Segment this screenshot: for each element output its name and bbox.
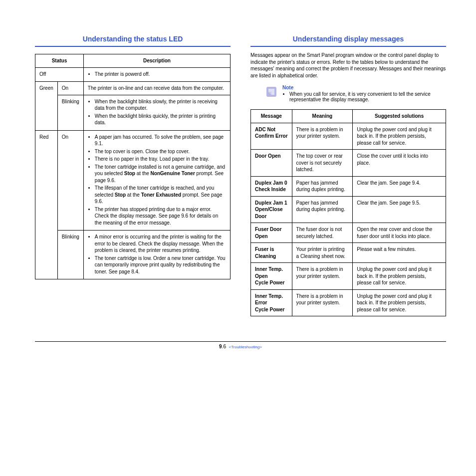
table-row: ADC NotConfirm ErrorThere is a problem i… bbox=[251, 123, 446, 150]
bullet: A paper jam has occurred. To solve the p… bbox=[95, 134, 226, 147]
status-red-on: On bbox=[57, 130, 83, 231]
message-cell: ADC NotConfirm Error bbox=[251, 123, 292, 150]
right-column: Understanding display messages Messages … bbox=[250, 35, 446, 316]
meaning-cell: Paper has jammed during duplex printing. bbox=[292, 196, 353, 223]
status-red-blinking: Blinking bbox=[57, 231, 83, 279]
bullet: The printer is powerd off. bbox=[95, 71, 226, 78]
table-header-row: Message Meaning Suggested solutions bbox=[251, 110, 446, 123]
table-row: Blinking When the backlight blinks slowl… bbox=[35, 95, 231, 130]
table-row: Duplex Jam 1Open/Close DoorPaper has jam… bbox=[251, 196, 446, 223]
bullet: A minor error is occurring and the print… bbox=[95, 234, 226, 254]
messages-table: Message Meaning Suggested solutions ADC … bbox=[250, 109, 446, 316]
bullet: There is no paper in the tray. Load pape… bbox=[95, 156, 226, 163]
message-cell: Duplex Jam 0Check Inside bbox=[251, 176, 292, 196]
bullet: The toner cartridge is low. Order a new … bbox=[95, 255, 226, 275]
status-green: Green bbox=[35, 82, 58, 131]
bullet: The toner cartridge installed is not a g… bbox=[95, 164, 226, 184]
columns: Understanding the status LED Status Desc… bbox=[35, 35, 446, 316]
header-solutions: Suggested solutions bbox=[353, 110, 446, 123]
header-status: Status bbox=[35, 54, 84, 68]
solution-cell: Please wait a few minutes. bbox=[353, 243, 446, 263]
table-row: Fuser Door OpenThe fuser door is not sec… bbox=[251, 223, 446, 243]
bullet: When the backlight blinks quickly, the p… bbox=[95, 113, 226, 126]
message-cell: Inner Temp. OpenCycle Power bbox=[251, 263, 292, 290]
solution-cell: Unplug the power cord and plug it back i… bbox=[353, 263, 446, 290]
solution-cell: Open the rear cover and close the fuser … bbox=[353, 223, 446, 243]
footer-page: .6 bbox=[222, 344, 226, 349]
status-red: Red bbox=[35, 130, 58, 279]
status-led-table: Status Description Off The printer is po… bbox=[35, 54, 231, 279]
bullet: When the backlight blinks slowly, the pr… bbox=[95, 98, 226, 112]
note-block: Note When you call for service, it is ve… bbox=[264, 85, 446, 102]
status-off: Off bbox=[35, 67, 84, 82]
table-row: Red On A paper jam has occurred. To solv… bbox=[35, 130, 231, 231]
note-icon bbox=[264, 85, 278, 99]
desc-off: The printer is powerd off. bbox=[83, 67, 230, 82]
meaning-cell: There is a problem in your printer syste… bbox=[292, 263, 353, 290]
meaning-cell: There is a problem in your printer syste… bbox=[292, 123, 353, 150]
table-row: Inner Temp. ErrorCycle PowerThere is a p… bbox=[251, 289, 446, 316]
desc-red-blinking: A minor error is occurring and the print… bbox=[83, 231, 230, 279]
header-message: Message bbox=[251, 110, 292, 123]
header-meaning: Meaning bbox=[292, 110, 353, 123]
page-footer: 9.6 <Troubleshooting> bbox=[35, 341, 446, 349]
bullet: The top cover is open. Close the top cov… bbox=[95, 148, 226, 155]
message-cell: Fuser Door Open bbox=[251, 223, 292, 243]
bullet: The lifespan of the toner cartridge is r… bbox=[95, 185, 226, 205]
meaning-cell: Paper has jammed during duplex printing. bbox=[292, 176, 353, 196]
table-row: Off The printer is powerd off. bbox=[35, 67, 231, 82]
meaning-cell: Your printer is printing a Cleaning shee… bbox=[292, 243, 353, 263]
table-row: Green On The printer is on-line and can … bbox=[35, 82, 231, 95]
left-title: Understanding the status LED bbox=[35, 35, 231, 47]
message-cell: Duplex Jam 1Open/Close Door bbox=[251, 196, 292, 223]
header-description: Description bbox=[83, 54, 230, 68]
bullet: The printer has stopped printing due to … bbox=[95, 206, 226, 227]
note-title: Note bbox=[282, 85, 446, 90]
status-green-blinking: Blinking bbox=[57, 95, 83, 130]
message-cell: Door Open bbox=[251, 150, 292, 177]
message-cell: Inner Temp. ErrorCycle Power bbox=[251, 289, 292, 316]
page: Understanding the status LED Status Desc… bbox=[0, 0, 476, 364]
footer-section: <Troubleshooting> bbox=[229, 345, 262, 349]
desc-red-on: A paper jam has occurred. To solve the p… bbox=[83, 130, 230, 231]
meaning-cell: The top cover or rear cover is not secur… bbox=[292, 150, 353, 177]
table-row: Fuser is CleaningYour printer is printin… bbox=[251, 243, 446, 263]
solution-cell: Unplug the power cord and plug it back i… bbox=[353, 289, 446, 316]
intro-text: Messages appear on the Smart Panel progr… bbox=[250, 52, 446, 79]
desc-green-blinking: When the backlight blinks slowly, the pr… bbox=[83, 95, 230, 130]
status-green-on: On bbox=[57, 82, 83, 95]
table-row: Blinking A minor error is occurring and … bbox=[35, 231, 231, 279]
desc-green-on: The printer is on-line and can receive d… bbox=[83, 82, 230, 95]
table-row: Duplex Jam 0Check InsidePaper has jammed… bbox=[251, 176, 446, 196]
solution-cell: Clear the jam. See page 9.4. bbox=[353, 176, 446, 196]
note-body: Note When you call for service, it is ve… bbox=[282, 85, 446, 102]
table-row: Door OpenThe top cover or rear cover is … bbox=[251, 150, 446, 177]
message-cell: Fuser is Cleaning bbox=[251, 243, 292, 263]
table-header-row: Status Description bbox=[35, 54, 231, 68]
solution-cell: Close the cover until it locks into plac… bbox=[353, 150, 446, 177]
note-bullet: When you call for service, it is very co… bbox=[289, 91, 446, 102]
right-title: Understanding display messages bbox=[250, 35, 446, 47]
left-column: Understanding the status LED Status Desc… bbox=[35, 35, 231, 316]
solution-cell: Unplug the power cord and plug it back i… bbox=[353, 123, 446, 150]
meaning-cell: There is a problem in your printer syste… bbox=[292, 289, 353, 316]
solution-cell: Clear the jam. See page 9.5. bbox=[353, 196, 446, 223]
table-row: Inner Temp. OpenCycle PowerThere is a pr… bbox=[251, 263, 446, 290]
meaning-cell: The fuser door is not securely latched. bbox=[292, 223, 353, 243]
